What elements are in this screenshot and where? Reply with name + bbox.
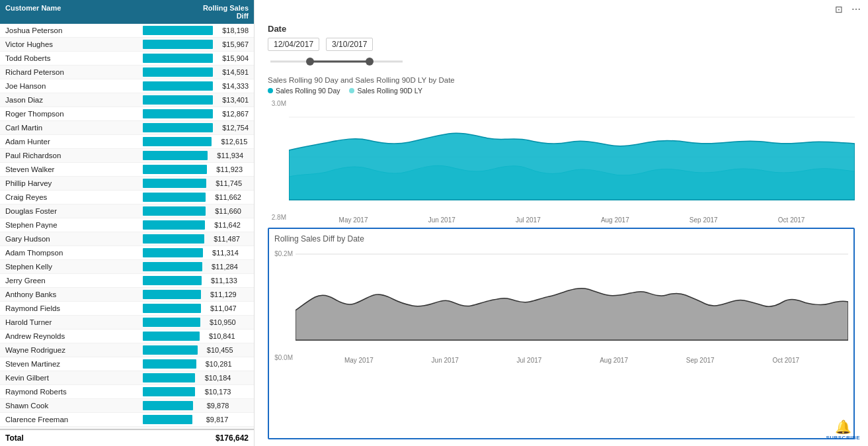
- table-row[interactable]: Stephen Payne $11,642: [0, 218, 254, 232]
- row-bar-area: $12,754: [143, 123, 249, 132]
- chart2-y-top: $0.2M: [274, 250, 293, 257]
- date-start[interactable]: 12/04/2017: [268, 38, 319, 51]
- row-bar: [143, 415, 192, 424]
- row-bar: [143, 290, 201, 299]
- subscribe-button[interactable]: 🔔 SUBSCRIBE: [826, 419, 860, 441]
- table-row[interactable]: Roger Thompson $12,867: [0, 107, 254, 121]
- row-bar: [143, 179, 206, 188]
- subscribe-label: SUBSCRIBE: [826, 435, 860, 441]
- row-name: Roger Thompson: [5, 110, 143, 118]
- table-row[interactable]: Carl Martin $12,754: [0, 121, 254, 135]
- row-value: $11,047: [204, 304, 237, 312]
- table-row[interactable]: Todd Roberts $15,904: [0, 52, 254, 66]
- table-row[interactable]: Paul Richardson $11,934: [0, 149, 254, 163]
- table-row[interactable]: Joshua Peterson $18,198: [0, 24, 254, 38]
- table-row[interactable]: Craig Reyes $11,662: [0, 191, 254, 204]
- table-row[interactable]: Richard Peterson $14,591: [0, 66, 254, 79]
- table-row[interactable]: Shawn Cook $9,878: [0, 399, 254, 413]
- table-row[interactable]: Raymond Fields $11,047: [0, 302, 254, 316]
- row-value: $11,129: [204, 290, 237, 298]
- row-value: $14,591: [216, 68, 249, 76]
- row-bar: [143, 345, 198, 355]
- row-value: $11,660: [208, 207, 241, 215]
- legend-label-1: Sales Rolling 90 Day: [276, 87, 340, 95]
- table-row[interactable]: Douglas Foster $11,660: [0, 204, 254, 218]
- y-label-top: 3.0M: [268, 100, 286, 107]
- chart1-legend: Sales Rolling 90 Day Sales Rolling 90D L…: [268, 87, 855, 95]
- row-bar-area: $9,878: [143, 401, 249, 410]
- more-icon[interactable]: ⋯: [849, 3, 863, 16]
- row-bar-area: $10,841: [143, 332, 249, 341]
- table-header: Customer Name Rolling Sales Diff: [0, 0, 254, 24]
- row-bar-area: $10,455: [143, 345, 249, 355]
- slider-handle-right[interactable]: [366, 58, 374, 66]
- row-bar-area: $11,129: [143, 290, 249, 299]
- table-row[interactable]: Andrew Reynolds $10,841: [0, 330, 254, 343]
- table-row[interactable]: Adam Thompson $11,314: [0, 246, 254, 260]
- table-footer: Total $176,642: [0, 429, 254, 446]
- row-bar-area: $11,660: [143, 206, 249, 216]
- chart2-x-may: May 2017: [344, 357, 374, 364]
- chart2-title: Rolling Sales Diff by Date: [274, 234, 848, 244]
- table-row[interactable]: Steven Martinez $10,281: [0, 357, 254, 371]
- row-name: Stephen Payne: [5, 221, 143, 229]
- table-scroll[interactable]: Joshua Peterson $18,198 Victor Hughes $1…: [0, 24, 254, 429]
- footer-label: Total: [5, 433, 196, 443]
- table-row[interactable]: Jason Diaz $13,401: [0, 93, 254, 107]
- x-label-oct: Oct 2017: [778, 216, 805, 224]
- row-name: Paul Richardson: [5, 152, 143, 159]
- chart2-y-bottom: $0.0M: [274, 354, 293, 361]
- table-row[interactable]: Kevin Gilbert $10,184: [0, 371, 254, 385]
- date-slider[interactable]: [270, 55, 403, 68]
- row-value: $11,314: [206, 249, 239, 257]
- row-bar: [143, 54, 213, 63]
- date-filter-label: Date: [268, 24, 855, 34]
- x-label-jun: Jun 2017: [428, 216, 455, 224]
- table-row[interactable]: Jerry Green $11,133: [0, 274, 254, 288]
- table-row[interactable]: Steven Walker $11,923: [0, 163, 254, 177]
- chart1-y-axis: 3.0M 2.8M: [268, 97, 289, 224]
- x-label-sep: Sep 2017: [690, 216, 718, 224]
- row-bar: [143, 387, 195, 396]
- row-name: Wayne Rodriguez: [5, 346, 143, 354]
- slider-fill: [310, 61, 370, 63]
- table-row[interactable]: Victor Hughes $15,967: [0, 38, 254, 52]
- table-row[interactable]: Wayne Rodriguez $10,455: [0, 343, 254, 357]
- row-name: Douglas Foster: [5, 207, 143, 215]
- row-name: Joshua Peterson: [5, 26, 143, 34]
- row-value: $10,950: [203, 318, 236, 326]
- row-bar-area: $11,133: [143, 276, 249, 285]
- row-name: Clarence Freeman: [5, 416, 143, 424]
- table-row[interactable]: Adam Hunter $12,615: [0, 135, 254, 149]
- row-bar-area: $14,591: [143, 67, 249, 77]
- date-end[interactable]: 3/10/2017: [326, 38, 373, 51]
- row-value: $13,401: [216, 96, 249, 104]
- table-row[interactable]: Gary Hudson $11,487: [0, 232, 254, 246]
- table-row[interactable]: Harold Turner $10,950: [0, 316, 254, 330]
- row-value: $11,745: [209, 179, 242, 187]
- table-row[interactable]: Stephen Kelly $11,284: [0, 260, 254, 274]
- row-bar-area: $11,662: [143, 193, 249, 202]
- row-name: Gary Hudson: [5, 235, 143, 243]
- row-bar: [143, 234, 204, 244]
- row-bar-area: $11,487: [143, 234, 249, 244]
- table-row[interactable]: Raymond Roberts $10,173: [0, 385, 254, 399]
- row-bar-area: $11,745: [143, 179, 249, 188]
- slider-handle-left[interactable]: [306, 58, 314, 66]
- table-row[interactable]: Clarence Freeman $9,817: [0, 413, 254, 427]
- table-row[interactable]: Joe Hanson $14,333: [0, 79, 254, 93]
- row-value: $15,904: [216, 54, 249, 62]
- expand-icon[interactable]: ⊡: [832, 3, 846, 16]
- row-value: $10,455: [200, 346, 233, 354]
- row-bar-area: $12,615: [143, 137, 249, 146]
- row-value: $14,333: [216, 82, 249, 90]
- row-bar: [143, 95, 213, 105]
- row-value: $12,615: [214, 138, 247, 146]
- row-name: Carl Martin: [5, 124, 143, 132]
- row-value: $11,487: [207, 235, 240, 243]
- chart1-x-axis: May 2017 Jun 2017 Jul 2017 Aug 2017 Sep …: [289, 216, 855, 224]
- table-row[interactable]: Anthony Banks $11,129: [0, 288, 254, 302]
- table-row[interactable]: Phillip Harvey $11,745: [0, 177, 254, 191]
- footer-value: $176,642: [196, 433, 249, 443]
- chart2-y-axis: $0.2M $0.0M: [274, 247, 296, 364]
